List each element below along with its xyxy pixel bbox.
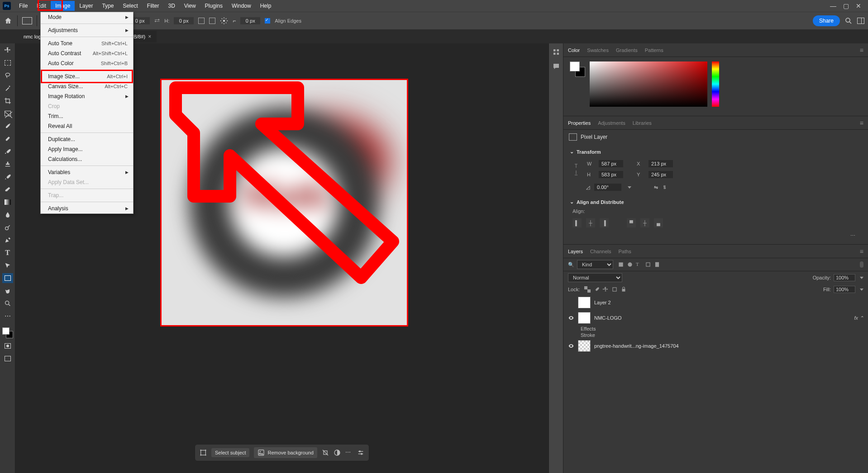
- canvas[interactable]: [160, 79, 408, 326]
- rect-tool[interactable]: [2, 273, 13, 283]
- heal-tool[interactable]: [2, 134, 13, 144]
- filter-toggle[interactable]: [860, 261, 863, 268]
- tab-color[interactable]: Color: [568, 47, 580, 53]
- select-subject-button[interactable]: Select subject: [211, 448, 249, 457]
- adjust-icon[interactable]: [334, 449, 341, 456]
- menu-select[interactable]: Select: [118, 1, 142, 11]
- dodge-tool[interactable]: [2, 222, 13, 232]
- move-tool[interactable]: [2, 45, 13, 55]
- menu-item-apply-image[interactable]: Apply Image...: [41, 144, 133, 154]
- menu-item-auto-tone[interactable]: Auto ToneShift+Ctrl+L: [41, 38, 133, 48]
- blend-mode-select[interactable]: Normal: [568, 273, 622, 282]
- x-field[interactable]: [649, 160, 673, 167]
- color-fgbg[interactable]: [570, 61, 585, 77]
- maximize-button[interactable]: ▢: [843, 3, 849, 9]
- layer-name[interactable]: NMC-LOGO: [594, 315, 622, 321]
- pathop-2[interactable]: [209, 18, 215, 24]
- visibility-icon[interactable]: [568, 315, 574, 321]
- corner-input[interactable]: 0 px: [240, 17, 260, 24]
- filter-pixel-icon[interactable]: [618, 261, 624, 268]
- hand-tool[interactable]: [2, 286, 13, 296]
- path-tool[interactable]: [2, 260, 13, 270]
- shape-tool-indicator[interactable]: [22, 17, 32, 24]
- menu-item-auto-color[interactable]: Auto ColorShift+Ctrl+B: [41, 58, 133, 68]
- quick-mask[interactable]: [2, 341, 13, 351]
- height-field[interactable]: [599, 171, 623, 178]
- menu-image[interactable]: Image: [51, 1, 75, 11]
- layer-effect-effects[interactable]: Effects: [563, 326, 868, 332]
- align-right[interactable]: ▐: [600, 218, 609, 227]
- align-edges-checkbox[interactable]: [265, 18, 270, 24]
- filter-shape-icon[interactable]: [645, 261, 651, 268]
- screen-mode[interactable]: [2, 354, 13, 364]
- link-icon[interactable]: ⮂: [154, 18, 160, 24]
- tab-swatches[interactable]: Swatches: [587, 47, 609, 53]
- align-left[interactable]: ▌: [572, 218, 582, 227]
- marquee-tool[interactable]: [2, 58, 13, 68]
- tab-adjustments[interactable]: Adjustments: [598, 120, 625, 126]
- frame-tool[interactable]: [2, 109, 13, 118]
- gear-icon[interactable]: [220, 17, 228, 25]
- tab-patterns[interactable]: Patterns: [645, 47, 663, 53]
- zoom-tool[interactable]: [2, 298, 13, 308]
- menu-type[interactable]: Type: [97, 1, 118, 11]
- fx-badge[interactable]: fx ⌃: [854, 315, 863, 321]
- type-tool[interactable]: T: [2, 248, 13, 258]
- flip-h-icon[interactable]: ⇋: [654, 184, 658, 190]
- home-icon[interactable]: [4, 17, 13, 25]
- blur-tool[interactable]: [2, 210, 13, 220]
- menu-item-trim[interactable]: Trim...: [41, 111, 133, 121]
- menu-item-mode[interactable]: Mode: [41, 12, 133, 22]
- menu-3d[interactable]: 3D: [163, 1, 179, 11]
- height-input[interactable]: 0 px: [174, 17, 194, 24]
- menu-item-calculations[interactable]: Calculations...: [41, 154, 133, 164]
- menu-plugins[interactable]: Plugins: [200, 1, 227, 11]
- close-button[interactable]: ✕: [855, 3, 862, 9]
- menu-window[interactable]: Window: [227, 1, 256, 11]
- layer-item[interactable]: NMC-LOGOfx ⌃: [563, 310, 868, 326]
- align-section[interactable]: ⌄Align and Distribute: [570, 197, 862, 207]
- remove-background-button[interactable]: Remove background: [254, 447, 317, 458]
- filter-adjust-icon[interactable]: [627, 261, 633, 268]
- search-icon[interactable]: [844, 17, 853, 25]
- tab-close-icon[interactable]: ×: [148, 33, 151, 40]
- layer-item[interactable]: pngtree-handwrit...ng-image_1475704: [563, 338, 868, 354]
- color-field[interactable]: [590, 61, 707, 107]
- filter-type-icon[interactable]: T: [636, 261, 642, 268]
- brush-panel-icon[interactable]: [552, 48, 560, 56]
- align-top[interactable]: ▀: [627, 218, 636, 227]
- pathop-1[interactable]: [198, 18, 205, 24]
- history-brush-tool[interactable]: [2, 172, 13, 182]
- menu-filter[interactable]: Filter: [143, 1, 164, 11]
- align-hcenter[interactable]: ┼: [586, 218, 595, 227]
- tab-libraries[interactable]: Libraries: [633, 120, 652, 126]
- crop-icon[interactable]: [322, 449, 329, 456]
- edit-toolbar[interactable]: ⋯: [2, 311, 13, 321]
- fg-bg-color[interactable]: [2, 327, 13, 338]
- angle-field[interactable]: [594, 184, 621, 191]
- eyedropper-tool[interactable]: [2, 121, 13, 131]
- lock-artboard-icon[interactable]: [611, 286, 618, 293]
- link-wh-icon[interactable]: [572, 162, 580, 176]
- layer-item[interactable]: Layer 2: [563, 295, 868, 310]
- menu-item-analysis[interactable]: Analysis: [41, 203, 133, 213]
- gradient-tool[interactable]: [2, 197, 13, 207]
- corner-icon[interactable]: ⌐: [233, 18, 236, 24]
- menu-layer[interactable]: Layer: [75, 1, 97, 11]
- menu-edit[interactable]: Edit: [32, 1, 51, 11]
- brush-tool[interactable]: [2, 147, 13, 156]
- tab-gradients[interactable]: Gradients: [616, 47, 638, 53]
- menu-item-adjustments[interactable]: Adjustments: [41, 25, 133, 35]
- fill-input[interactable]: 100%: [834, 286, 855, 293]
- eraser-tool[interactable]: [2, 184, 13, 194]
- comment-icon[interactable]: [552, 62, 560, 71]
- pen-tool[interactable]: [2, 235, 13, 245]
- menu-item-duplicate[interactable]: Duplicate...: [41, 134, 133, 144]
- menu-item-reveal-all[interactable]: Reveal All: [41, 121, 133, 131]
- lock-trans-icon[interactable]: [584, 286, 591, 293]
- layer-effect-stroke[interactable]: Stroke: [563, 332, 868, 338]
- more-icon[interactable]: ⋯: [345, 449, 353, 456]
- minimize-button[interactable]: —: [830, 3, 836, 9]
- menu-item-variables[interactable]: Variables: [41, 167, 133, 177]
- panel-menu-icon[interactable]: ≡: [860, 119, 863, 127]
